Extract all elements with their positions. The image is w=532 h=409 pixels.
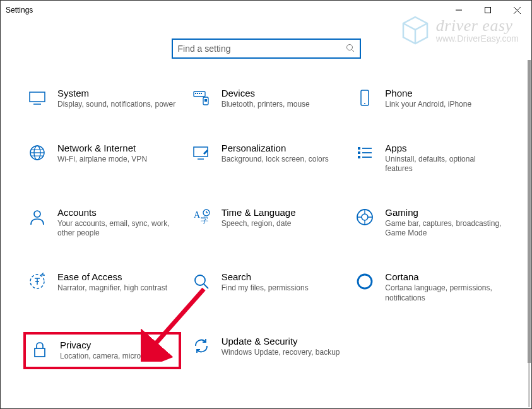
- minimize-button[interactable]: [444, 1, 473, 20]
- svg-line-40: [204, 284, 208, 288]
- svg-rect-24: [358, 147, 360, 150]
- tile-sub: Bluetooth, printers, mouse: [222, 100, 310, 110]
- title-bar: Settings: [1, 1, 531, 20]
- watermark-brand: driver easy: [436, 18, 519, 34]
- svg-rect-11: [199, 93, 200, 94]
- maximize-button[interactable]: [473, 1, 502, 20]
- tile-personalization[interactable]: Personalization Background, lock screen,…: [187, 139, 345, 178]
- svg-rect-26: [358, 156, 360, 158]
- globe-icon: [27, 143, 47, 163]
- tile-title: Update & Security: [222, 336, 340, 347]
- apps-icon: [355, 143, 375, 163]
- svg-rect-12: [201, 93, 202, 94]
- svg-rect-42: [35, 348, 45, 357]
- settings-grid: System Display, sound, notifications, po…: [1, 84, 531, 369]
- time-language-icon: A字: [191, 207, 211, 227]
- tile-title: Network & Internet: [57, 143, 147, 153]
- tile-title: Search: [222, 271, 309, 282]
- tile-sub: Uninstall, defaults, optional features: [385, 155, 505, 174]
- tile-search[interactable]: Search Find my files, permissions: [187, 268, 345, 307]
- cortana-icon: [355, 271, 375, 292]
- svg-line-5: [352, 49, 354, 52]
- tile-sub: Cortana language, permissions, notificat…: [385, 283, 505, 303]
- svg-rect-1: [485, 8, 491, 13]
- gaming-icon: [355, 207, 375, 227]
- devices-icon: [191, 88, 211, 108]
- tile-sub: Game bar, captures, broadcasting, Game M…: [385, 219, 505, 239]
- phone-icon: [355, 88, 375, 108]
- tile-privacy[interactable]: Privacy Location, camera, microphone: [23, 332, 181, 369]
- tile-sub: Display, sound, notifications, power: [57, 100, 175, 110]
- tile-sub: Link your Android, iPhone: [385, 100, 471, 110]
- lock-icon: [30, 340, 50, 360]
- tile-system[interactable]: System Display, sound, notifications, po…: [23, 84, 181, 114]
- tile-title: Ease of Access: [57, 271, 167, 282]
- svg-rect-9: [195, 93, 196, 94]
- svg-point-41: [358, 275, 372, 288]
- tile-title: System: [57, 88, 175, 98]
- svg-point-16: [364, 103, 365, 104]
- tile-sub: Your accounts, email, sync, work, other …: [57, 219, 177, 239]
- tile-sub: Windows Update, recovery, backup: [222, 348, 340, 358]
- accounts-icon: [27, 207, 47, 227]
- tile-sub: Speech, region, date: [222, 219, 296, 229]
- tile-title: Accounts: [57, 207, 177, 218]
- svg-point-4: [346, 44, 352, 50]
- tile-sub: Background, lock screen, colors: [222, 155, 329, 165]
- tile-sub: Wi-Fi, airplane mode, VPN: [57, 155, 147, 165]
- tile-sub: Location, camera, microphone: [60, 352, 162, 362]
- svg-rect-14: [204, 99, 207, 102]
- tile-title: Phone: [385, 88, 471, 98]
- search-input[interactable]: [178, 44, 346, 54]
- svg-point-30: [34, 211, 40, 217]
- svg-point-37: [362, 214, 368, 220]
- svg-text:A: A: [194, 210, 201, 220]
- ease-of-access-icon: [27, 271, 47, 292]
- system-icon: [27, 88, 47, 108]
- personalization-icon: [191, 143, 211, 163]
- svg-rect-10: [197, 93, 198, 94]
- svg-text:字: 字: [201, 216, 208, 225]
- tile-apps[interactable]: Apps Uninstall, defaults, optional featu…: [351, 139, 509, 178]
- tile-sub: Find my files, permissions: [222, 283, 309, 293]
- window-title: Settings: [6, 6, 33, 15]
- tile-title: Cortana: [385, 271, 505, 282]
- tile-accounts[interactable]: Accounts Your accounts, email, sync, wor…: [23, 203, 181, 242]
- tile-title: Gaming: [385, 207, 505, 218]
- scrollbar-thumb[interactable]: [528, 60, 531, 363]
- tile-title: Time & Language: [222, 207, 296, 218]
- tile-sub: Narrator, magnifier, high contrast: [57, 283, 167, 293]
- tile-title: Personalization: [222, 143, 329, 153]
- tile-title: Devices: [222, 88, 310, 98]
- svg-point-39: [195, 275, 205, 285]
- svg-rect-25: [358, 151, 360, 154]
- tile-phone[interactable]: Phone Link your Android, iPhone: [351, 84, 509, 114]
- tile-ease-of-access[interactable]: Ease of Access Narrator, magnifier, high…: [23, 268, 181, 307]
- tile-update-security[interactable]: Update & Security Windows Update, recove…: [187, 332, 345, 369]
- search-icon: [346, 44, 355, 54]
- tile-gaming[interactable]: Gaming Game bar, captures, broadcasting,…: [351, 203, 509, 242]
- update-icon: [191, 336, 211, 356]
- search-box[interactable]: [172, 39, 361, 59]
- tile-cortana[interactable]: Cortana Cortana language, permissions, n…: [351, 268, 509, 307]
- svg-rect-6: [30, 92, 45, 102]
- tile-title: Apps: [385, 143, 505, 153]
- tile-time-language[interactable]: A字 Time & Language Speech, region, date: [187, 203, 345, 242]
- tile-devices[interactable]: Devices Bluetooth, printers, mouse: [187, 84, 345, 114]
- tile-network[interactable]: Network & Internet Wi-Fi, airplane mode,…: [23, 139, 181, 178]
- search-tile-icon: [191, 271, 211, 292]
- tile-title: Privacy: [60, 340, 162, 350]
- close-button[interactable]: [502, 1, 531, 20]
